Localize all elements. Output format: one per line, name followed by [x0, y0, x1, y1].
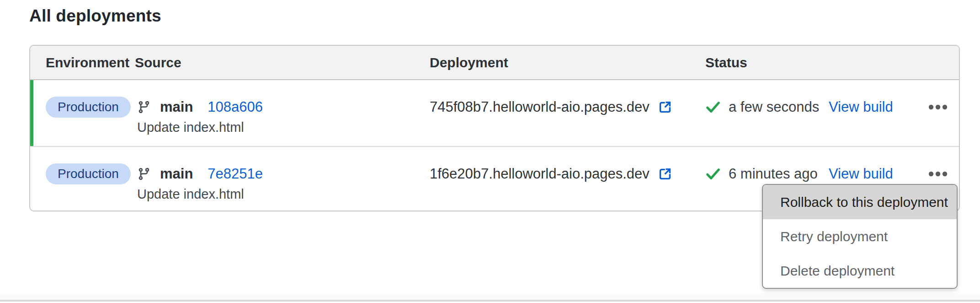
table-header-row: Environment Source Deployment Status	[30, 46, 959, 80]
deployment-age: a few seconds	[729, 99, 819, 115]
ellipsis-icon	[928, 104, 948, 110]
git-branch-icon	[137, 100, 151, 114]
git-branch-icon	[137, 167, 151, 181]
commit-link[interactable]: 7e8251e	[208, 166, 263, 182]
column-header-deployment: Deployment	[430, 55, 705, 70]
menu-item-delete[interactable]: Delete deployment	[763, 254, 957, 288]
success-check-icon	[705, 166, 721, 182]
branch-name: main	[160, 166, 193, 182]
view-build-link[interactable]: View build	[829, 99, 893, 115]
commit-link[interactable]: 108a606	[208, 99, 263, 115]
deployment-url: 1f6e20b7.helloworld-aio.pages.dev	[430, 166, 650, 182]
column-header-source: Source	[135, 55, 430, 70]
external-link-icon[interactable]	[658, 100, 672, 114]
commit-message: Update index.html	[135, 186, 430, 202]
success-check-icon	[705, 99, 721, 115]
page-title: All deployments	[29, 6, 161, 26]
column-header-environment: Environment	[30, 55, 135, 70]
branch-name: main	[160, 99, 193, 115]
environment-badge: Production	[46, 97, 131, 118]
commit-message: Update index.html	[135, 119, 430, 135]
environment-badge: Production	[46, 163, 131, 184]
deployment-row: Production main 108a606 Update index.htm…	[30, 80, 959, 146]
deployment-age: 6 minutes ago	[729, 166, 818, 182]
view-build-link[interactable]: View build	[829, 166, 893, 182]
deployment-actions-menu: Rollback to this deployment Retry deploy…	[762, 184, 958, 289]
deployment-url: 745f08b7.helloworld-aio.pages.dev	[430, 99, 650, 115]
page-bottom-divider	[0, 293, 980, 302]
menu-item-rollback[interactable]: Rollback to this deployment	[763, 185, 957, 219]
ellipsis-icon	[928, 171, 948, 177]
menu-item-retry[interactable]: Retry deployment	[763, 219, 957, 254]
column-header-status: Status	[705, 55, 829, 70]
external-link-icon[interactable]	[658, 167, 672, 181]
row-actions-button[interactable]	[926, 169, 950, 179]
row-actions-button[interactable]	[926, 102, 950, 112]
